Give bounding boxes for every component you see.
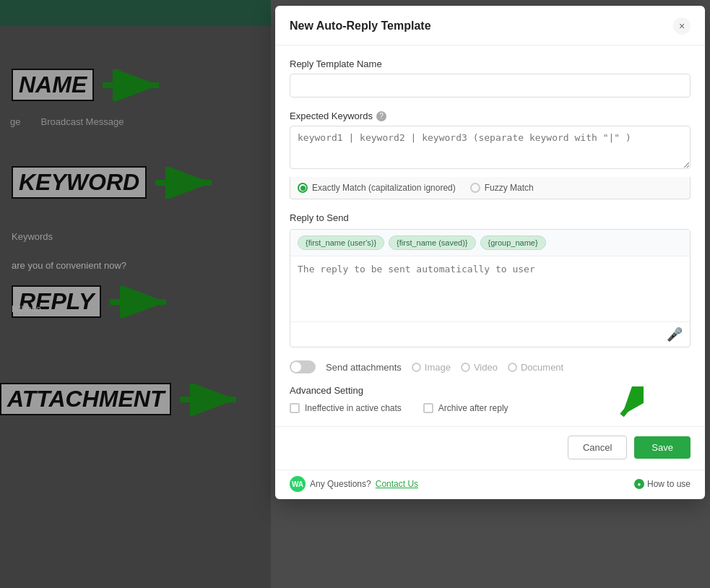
reply-to-send-group: Reply to Send {first_name (user's)} {fir…	[290, 212, 690, 347]
fuzzy-match-label: Fuzzy Match	[485, 183, 534, 193]
modal-dialog: New Auto-Reply Template × Reply Template…	[275, 6, 705, 499]
image-label: Image	[425, 362, 451, 373]
save-arrow	[600, 386, 644, 432]
any-questions-text: Any Questions?	[310, 479, 371, 489]
reply-bottom: 🎤	[290, 321, 690, 347]
archive-after-reply-option[interactable]: Archive after reply	[423, 403, 508, 413]
image-radio[interactable]	[412, 363, 421, 372]
attachment-video-option[interactable]: Video	[461, 362, 498, 373]
reply-box: {first_name (user's)} {first_name (saved…	[290, 229, 690, 347]
reply-template-name-label: Reply Template Name	[290, 59, 690, 69]
how-to-use-link[interactable]: ● How to use	[634, 479, 690, 489]
reply-textarea[interactable]	[290, 256, 690, 321]
expected-keywords-group: Expected Keywords ? Exactly Match (capit…	[290, 111, 690, 199]
ineffective-in-active-chats-option[interactable]: Ineffective in active chats	[290, 403, 402, 413]
tag-group-name[interactable]: {group_name}	[480, 235, 546, 250]
video-radio[interactable]	[461, 363, 470, 372]
modal-bottom-bar: WA Any Questions? Contact Us ● How to us…	[275, 470, 705, 499]
save-arrow-svg	[600, 386, 644, 430]
tag-first-name-users[interactable]: {first_name (user's)}	[298, 235, 384, 250]
mic-icon[interactable]: 🎤	[667, 327, 683, 342]
video-label: Video	[474, 362, 498, 373]
exactly-match-label: Exactly Match (capitalization ignored)	[312, 183, 456, 193]
close-button[interactable]: ×	[673, 17, 690, 35]
expected-keywords-label: Expected Keywords ?	[290, 111, 690, 121]
attachments-toggle[interactable]	[290, 360, 316, 373]
exactly-match-radio[interactable]	[298, 183, 308, 193]
ineffective-checkbox[interactable]	[290, 403, 300, 413]
modal-title: New Auto-Reply Template	[290, 20, 431, 33]
reply-template-name-input[interactable]	[290, 74, 690, 98]
attachment-image-option[interactable]: Image	[412, 362, 451, 373]
attachments-row: Send attachments Image Video Document	[290, 360, 690, 373]
save-button[interactable]: Save	[634, 436, 690, 459]
toggle-knob	[291, 362, 301, 372]
match-options: Exactly Match (capitalization ignored) F…	[290, 177, 690, 199]
attachments-label: Send attachments	[326, 362, 402, 373]
wa-badge: WA Any Questions? Contact Us	[290, 476, 418, 492]
ineffective-label: Ineffective in active chats	[305, 403, 402, 413]
cancel-button[interactable]: Cancel	[568, 436, 627, 459]
document-radio[interactable]	[508, 363, 517, 372]
how-to-use-label: How to use	[647, 479, 690, 489]
document-label: Document	[521, 362, 563, 373]
reply-to-send-label: Reply to Send	[290, 212, 690, 223]
reply-tags: {first_name (user's)} {first_name (saved…	[290, 230, 690, 256]
archive-checkbox[interactable]	[423, 403, 433, 413]
svg-line-9	[622, 394, 640, 415]
modal-header: New Auto-Reply Template ×	[275, 6, 705, 46]
modal-body: Reply Template Name Expected Keywords ? …	[275, 46, 705, 426]
fuzzy-match-radio[interactable]	[470, 183, 480, 193]
archive-label: Archive after reply	[438, 403, 508, 413]
exactly-match-option[interactable]: Exactly Match (capitalization ignored)	[298, 183, 456, 193]
wa-icon: WA	[290, 476, 306, 492]
tag-first-name-saved[interactable]: {first_name (saved)}	[389, 235, 475, 250]
help-icon[interactable]: ?	[376, 111, 386, 121]
how-to-use-icon: ●	[634, 479, 644, 489]
contact-us-link[interactable]: Contact Us	[376, 479, 418, 489]
modal-footer: Cancel Save	[275, 426, 705, 470]
reply-template-name-group: Reply Template Name	[290, 59, 690, 98]
attachment-document-option[interactable]: Document	[508, 362, 563, 373]
keywords-input[interactable]	[290, 126, 690, 169]
fuzzy-match-option[interactable]: Fuzzy Match	[470, 183, 534, 193]
